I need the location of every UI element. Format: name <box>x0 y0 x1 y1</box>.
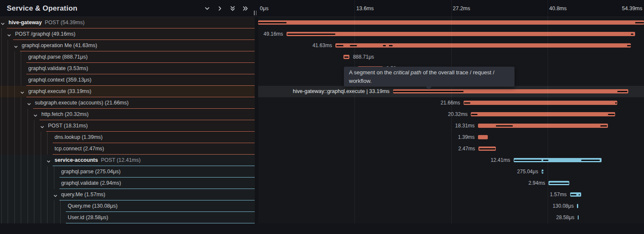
expand-chevron-icon[interactable] <box>53 192 58 197</box>
indent-guide <box>47 166 48 178</box>
indent-guide <box>47 189 48 200</box>
indent-guide <box>41 143 41 155</box>
span-service-name: service-accounts <box>55 157 98 163</box>
double-chevron-right-icon[interactable] <box>242 5 249 12</box>
span-operation-name: POST (12.41ms) <box>101 157 141 163</box>
row-name-cell[interactable]: query.Me (1.57ms) <box>0 189 255 200</box>
chevron-down-icon[interactable] <box>203 5 211 12</box>
indent-guide <box>34 132 34 143</box>
indent-guide <box>28 143 28 155</box>
row-name-cell[interactable]: graphql.validate (3.53ms) <box>0 63 255 74</box>
indent-guide <box>21 51 21 63</box>
indent-guide <box>8 109 8 120</box>
timeline-grid-line <box>548 0 548 223</box>
column-resizer-grip[interactable] <box>253 10 258 16</box>
row-name-cell[interactable]: subgraph.execute (accounts) (21.66ms) <box>0 97 255 109</box>
expand-chevron-icon[interactable] <box>40 124 45 128</box>
row-name-cell[interactable]: http.fetch (20.32ms) <box>0 109 255 120</box>
span-bar[interactable] <box>335 43 631 48</box>
row-name-cell[interactable]: graphql.parse (888.71μs) <box>0 51 255 63</box>
span-name-label: User.id (28.58μs) <box>68 212 108 223</box>
row-name-cell[interactable]: graphql.parse (275.04μs) <box>0 166 255 178</box>
span-bar[interactable] <box>464 101 617 105</box>
expand-chevron-icon[interactable] <box>33 112 38 117</box>
expand-chevron-icon[interactable] <box>0 20 5 25</box>
critical-path-segment <box>514 160 541 161</box>
indent-guide <box>14 143 15 155</box>
critical-path-tooltip: A segment on the critical path of the ov… <box>344 67 515 87</box>
indent-guide <box>8 155 8 166</box>
indent-guide <box>8 74 8 86</box>
indent-guide <box>34 200 34 212</box>
indent-guide <box>1 97 2 109</box>
indent-guide <box>41 132 41 143</box>
indent-guide <box>41 189 41 200</box>
span-duration-label: 2.94ms <box>529 178 545 189</box>
trace-timeline-view: Service & Operation 0μs13.6ms27.2ms40.8m… <box>0 0 644 234</box>
critical-path-segment <box>615 102 616 104</box>
expand-chevron-icon[interactable] <box>27 101 31 105</box>
span-name-label: graphql.context (359.13μs) <box>28 74 92 86</box>
row-name-cell[interactable]: dns.lookup (1.39ms) <box>0 132 255 143</box>
indent-guide <box>8 178 8 189</box>
span-bar[interactable] <box>577 204 578 208</box>
indent-guide <box>1 155 2 166</box>
indent-guide <box>34 155 34 166</box>
page-title: Service & Operation <box>7 4 77 13</box>
row-name-cell[interactable]: hive-gatewayPOST (54.39ms) <box>0 17 255 28</box>
indent-guide <box>14 51 15 63</box>
collapse-expand-controls <box>203 0 249 17</box>
indent-guide <box>60 200 61 212</box>
span-name-label: graphql.validate (3.53ms) <box>28 63 88 74</box>
chevron-right-icon[interactable] <box>216 5 223 12</box>
indent-guide <box>54 178 54 189</box>
timeline-tick-label: 13.6ms <box>356 0 374 17</box>
row-name-cell[interactable]: tcp.connect (2.47ms) <box>0 143 255 155</box>
row-name-cell[interactable]: Query.me (130.08μs) <box>0 200 255 212</box>
timeline-tick-label: 27.2ms <box>453 0 470 17</box>
span-duration-label: 49.16ms <box>264 28 283 40</box>
span-duration-label: 2.47ms <box>458 143 475 155</box>
indent-guide <box>41 212 41 223</box>
indent-guide <box>14 63 15 74</box>
indent-guide <box>28 178 28 189</box>
row-name-cell[interactable]: POST (18.31ms) <box>0 120 255 132</box>
double-chevron-down-icon[interactable] <box>229 5 236 12</box>
expand-chevron-icon[interactable] <box>7 32 11 37</box>
expand-chevron-icon[interactable] <box>20 89 25 94</box>
indent-guide <box>1 28 2 40</box>
timeline-tick-label: 40.8ms <box>549 0 567 17</box>
indent-guide <box>8 51 8 63</box>
indent-guide <box>8 120 8 132</box>
span-bar[interactable] <box>578 215 579 220</box>
indent-guide <box>1 166 2 178</box>
row-name-cell[interactable]: graphql.validate (2.94ms) <box>0 178 255 189</box>
row-name-cell[interactable]: POST /graphql (49.16ms) <box>0 28 255 40</box>
row-name-cell[interactable]: graphql.execute (33.19ms) <box>0 86 255 97</box>
span-bar[interactable] <box>287 32 636 36</box>
span-duration-label: hive-gateway::graphql.execute | 33.19ms <box>293 86 390 97</box>
indent-guide <box>28 200 28 212</box>
expand-chevron-icon[interactable] <box>14 43 18 48</box>
expand-chevron-icon[interactable] <box>46 158 51 163</box>
span-bar[interactable] <box>471 112 615 116</box>
indent-guide <box>14 189 15 200</box>
indent-guide <box>1 143 2 155</box>
indent-guide <box>14 120 15 132</box>
indent-guide <box>14 212 15 223</box>
span-duration-label: 28.58μs <box>556 212 574 223</box>
indent-guide <box>21 189 21 200</box>
span-name-label: graphql.validate (2.94ms) <box>61 178 121 189</box>
span-duration-label: 12.41ms <box>491 155 510 166</box>
row-name-cell[interactable]: graphql.context (359.13μs) <box>0 74 255 86</box>
critical-path-segment <box>542 171 543 173</box>
row-name-cell[interactable]: User.id (28.58μs) <box>0 212 255 223</box>
indent-guide <box>21 143 21 155</box>
span-name-label: tcp.connect (2.47ms) <box>55 143 104 155</box>
row-name-cell[interactable]: service-accountsPOST (12.41ms) <box>0 155 255 166</box>
span-bar[interactable] <box>478 135 488 139</box>
footer-strip <box>0 223 644 234</box>
indent-guide <box>60 212 61 223</box>
row-name-cell[interactable]: graphql.operation Me (41.63ms) <box>0 40 255 51</box>
tooltip-text-prefix: A segment on the <box>349 69 394 76</box>
